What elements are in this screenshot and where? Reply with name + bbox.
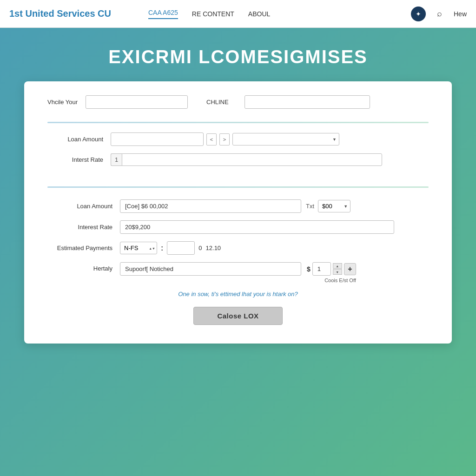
payments-controls: N-FS : 0 12.10 [120, 241, 221, 255]
vehicle-group: Vhcile Your [47, 95, 188, 109]
form-card: Vhcile Your CHLINE Loan Amount < > [24, 81, 452, 344]
loan-amount-input[interactable] [111, 132, 204, 146]
hertaly-input[interactable] [120, 262, 301, 276]
divider-1 [47, 122, 429, 123]
payments-colon: : [161, 244, 163, 252]
nav-icons: ✦ ⌕ Hew [411, 7, 467, 21]
vehicle-label: Vhcile Your [47, 99, 80, 106]
chline-group: CHLINE [206, 95, 370, 109]
calculate-button[interactable]: Calose LOX [193, 307, 282, 325]
payments-val2: 12.10 [206, 245, 221, 251]
hertaly-row: Hertaly $ ▲ ▼ + Coois E/st [47, 262, 429, 283]
loan-amount-result-input[interactable] [120, 199, 301, 213]
payments-val1: 0 [198, 245, 202, 251]
cost-off-label: Coois E/st Off [324, 278, 356, 283]
loan-term-select-wrapper [232, 133, 339, 145]
dollar-section: $ ▲ ▼ + Coois E/st Off [307, 262, 356, 283]
arrow-left-btn[interactable]: < [206, 133, 217, 145]
nav-icon-dark-button[interactable]: ✦ [411, 7, 426, 21]
down-btn[interactable]: ▼ [333, 269, 342, 275]
loan-amount-dropdown-wrapper: $00 [318, 200, 350, 212]
interest-rate-result-input[interactable] [120, 220, 394, 234]
vehicle-input[interactable] [86, 95, 188, 109]
page-title: EXICRMI LCOMESIGMISES [108, 46, 368, 67]
payments-input[interactable] [167, 241, 195, 255]
dollar-value-input[interactable] [312, 262, 331, 276]
interest-rate-result-label: Interest Rate [47, 224, 112, 231]
search-icon-button[interactable]: ⌕ [432, 7, 447, 21]
plus-button[interactable]: + [344, 263, 356, 275]
help-link[interactable]: Hew [454, 10, 467, 18]
payments-type-select[interactable]: N-FS [120, 242, 157, 254]
loan-amount-row-input: Loan Amount < > [47, 132, 429, 146]
main-content: EXICRMI LCOMESIGMISES Vhcile Your CHLINE… [0, 28, 476, 362]
arrow-right-btn[interactable]: > [219, 133, 230, 145]
loan-term-select[interactable] [232, 133, 339, 145]
hertaly-label: Hertaly [47, 262, 112, 272]
nav-item-caa[interactable]: CAA A625 [148, 9, 178, 19]
loan-amount-right-controls: Txt $00 [306, 200, 350, 212]
nav-links: CAA A625 RE CONTENT ABOUL [148, 9, 411, 19]
dollar-sign: $ [307, 265, 311, 273]
rate-prefix: 1 [111, 153, 122, 166]
up-down-buttons: ▲ ▼ [333, 263, 342, 275]
navbar: 1st United Services CU CAA A625 RE CONTE… [0, 0, 476, 28]
form-section-3: Loan Amount Txt $00 Interest Rate [47, 197, 429, 283]
note-text: One in sow, ti's ettimed lhat your is ht… [47, 291, 429, 298]
divider-2 [47, 186, 429, 188]
interest-rate-result-row: Interest Rate [47, 220, 429, 234]
txt-label: Txt [306, 203, 314, 210]
payments-select-wrapper: N-FS [120, 242, 157, 254]
interest-rate-controls: 1 [111, 153, 382, 166]
nav-item-re-content[interactable]: RE CONTENT [192, 10, 234, 18]
up-btn[interactable]: ▲ [333, 263, 342, 269]
nav-item-about[interactable]: ABOUL [248, 10, 270, 18]
estimated-payments-label: Estimated Payments [47, 245, 112, 251]
hertaly-controls: $ ▲ ▼ + Coois E/st Off [120, 262, 356, 283]
loan-amount-controls: < > [111, 132, 339, 146]
loan-amount-result-row: Loan Amount Txt $00 [47, 199, 429, 213]
form-section-2: Loan Amount < > Interst Rate 1 [47, 132, 429, 183]
interest-rate-input[interactable] [122, 153, 382, 166]
loan-amount-label-2: Loan Amount [47, 136, 103, 143]
form-section-1: Vhcile Your CHLINE [47, 95, 429, 118]
interest-rate-row-input: Interst Rate 1 [47, 153, 429, 166]
interest-rate-label-2: Interst Rate [47, 156, 103, 163]
brand-logo: 1st United Services CU [9, 8, 111, 19]
chline-input[interactable] [245, 95, 370, 109]
estimated-payments-row: Estimated Payments N-FS : 0 12.10 [47, 241, 429, 255]
chline-label: CHLINE [206, 99, 239, 106]
loan-amount-dropdown[interactable]: $00 [318, 200, 350, 212]
dollar-row: $ ▲ ▼ + [307, 262, 356, 276]
loan-amount-result-label: Loan Amount [47, 203, 112, 210]
